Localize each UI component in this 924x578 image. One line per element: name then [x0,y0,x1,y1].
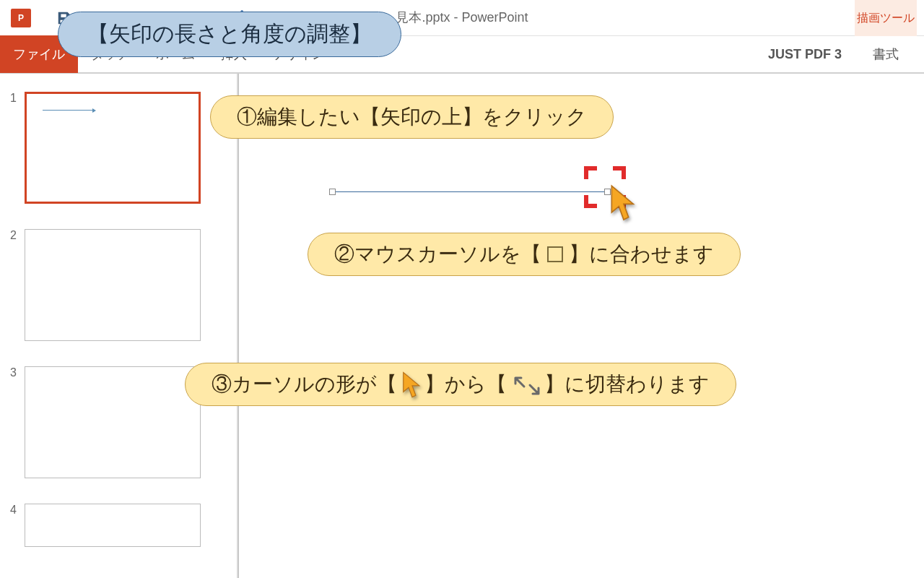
thumb-number: 3 [10,366,25,478]
tab-format[interactable]: 書式 [855,35,917,73]
instruction-callout-3: ③カーソルの形が【 】から【 】に切替わります [185,363,736,406]
callout2-text-a: ②マウスカーソルを【 [334,241,541,268]
callout3-text-a: ③カーソルの形が【 [212,371,397,398]
slide-thumbnail-1[interactable] [25,92,201,204]
ribbon-tabs: ファイル タッチ ホーム 挿入 デザイン JUST PDF 3 書式 【矢印の長… [0,36,924,74]
slide-thumbnails-panel: 1 2 3 4 [0,74,238,578]
inline-cursor-arrow-icon [401,371,420,398]
thumb-number: 1 [10,92,25,204]
thumb-number: 4 [10,504,25,547]
slide-canvas[interactable]: ①編集したい【矢印の上】をクリック ②マウスカーソルを【 】に合わせます ③カー… [238,74,924,578]
thumb-row-2: 2 [0,225,237,363]
thumb-row-1: 1 [0,88,237,225]
callout1-text: ①編集したい【矢印の上】をクリック [237,103,587,131]
thumb-arrow-preview [43,110,93,111]
instruction-callout-2: ②マウスカーソルを【 】に合わせます [308,233,741,276]
handle-square-icon [547,246,563,262]
thumb-number: 2 [10,229,25,341]
slide-thumbnail-3[interactable] [25,366,201,478]
document-title: 見本.pptx - PowerPoint [396,9,528,26]
powerpoint-logo: P [11,9,31,27]
title-callout: 【矢印の長さと角度の調整】 [58,12,401,57]
instruction-callout-1: ①編集したい【矢印の上】をクリック [210,95,614,139]
contextual-tab-drawing-tools[interactable]: 描画ツール [855,0,917,36]
slide-thumbnail-4[interactable] [25,504,201,547]
resize-handle-left[interactable] [329,189,336,195]
cursor-pointer-icon [609,184,633,220]
callout3-text-b: 】から【 [424,371,507,398]
slide-thumbnail-2[interactable] [25,229,201,341]
thumb-row-4: 4 [0,500,237,569]
inline-resize-cursor-icon [511,374,540,395]
callout2-text-b: 】に合わせます [569,241,714,268]
title-callout-text: 【矢印の長さと角度の調整】 [87,22,372,46]
arrow-shape-selected[interactable] [333,188,607,197]
tab-justpdf[interactable]: JUST PDF 3 [755,35,855,73]
workspace: 1 2 3 4 ①編集したい【矢印の上】をクリック [0,74,924,578]
arrow-body [333,191,604,192]
callout3-text-c: 】に切替わります [544,371,710,398]
